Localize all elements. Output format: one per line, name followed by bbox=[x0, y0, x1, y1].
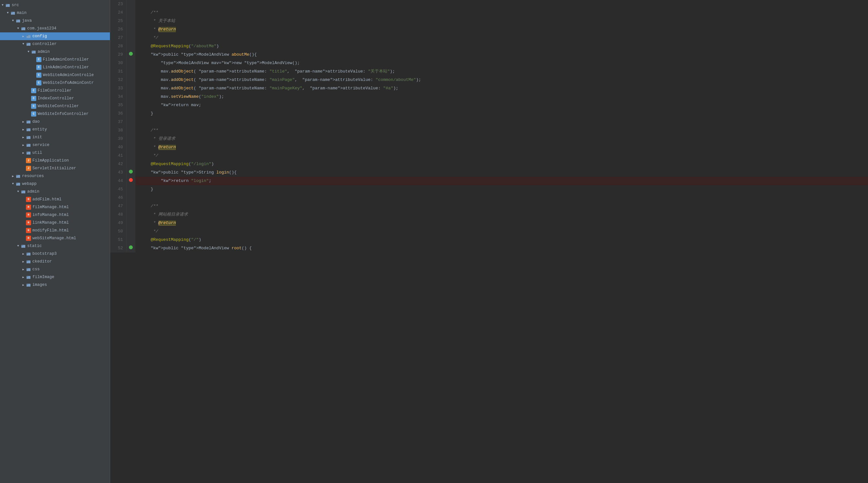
tree-item-WebSiteAdminControlle[interactable]: CWebSiteAdminControlle bbox=[0, 71, 110, 79]
code-line: 45 } bbox=[110, 185, 868, 194]
svg-rect-41 bbox=[27, 284, 28, 285]
tree-item-src[interactable]: src bbox=[0, 1, 110, 9]
tree-arrow bbox=[31, 72, 36, 78]
tree-item-LinkAdminController[interactable]: CLinkAdminController bbox=[0, 63, 110, 71]
svg-rect-5 bbox=[16, 20, 18, 21]
line-number: 46 bbox=[110, 194, 126, 202]
tree-item-admin[interactable]: admin bbox=[0, 48, 110, 56]
html-icon: H bbox=[26, 197, 31, 202]
tree-item-label: service bbox=[32, 143, 50, 147]
tree-item-webSiteManage.html[interactable]: HwebSiteManage.html bbox=[0, 234, 110, 242]
code-cell: "kw">public "type">ModelAndView root() { bbox=[135, 244, 868, 253]
tree-item-main[interactable]: main bbox=[0, 9, 110, 17]
gutter-cell bbox=[126, 42, 135, 51]
folder-icon bbox=[16, 173, 21, 179]
tree-item-controller[interactable]: controller bbox=[0, 40, 110, 48]
svg-rect-29 bbox=[21, 191, 23, 192]
gutter-cell bbox=[126, 84, 135, 93]
tree-item-label: ckeditor bbox=[32, 259, 52, 264]
tree-item-ServletInitializer[interactable]: JServletInitializer bbox=[0, 164, 110, 172]
tree-item-WebSiteInfoAdminContr[interactable]: CWebSiteInfoAdminContr bbox=[0, 79, 110, 87]
gutter-cell bbox=[126, 51, 135, 59]
tree-item-WebSiteController[interactable]: CWebSiteController bbox=[0, 102, 110, 110]
code-cell: @RequestMapping("/aboutMe") bbox=[135, 42, 868, 51]
code-line: 40 * @return bbox=[110, 143, 868, 152]
tree-item-WebSiteInfoController[interactable]: CWebSiteInfoController bbox=[0, 110, 110, 118]
tree-item-IndexController[interactable]: CIndexController bbox=[0, 95, 110, 102]
tree-item-css[interactable]: css bbox=[0, 265, 110, 273]
tree-item-label: filmManage.html bbox=[32, 205, 69, 210]
tree-item-util[interactable]: util bbox=[0, 149, 110, 157]
line-number: 41 bbox=[110, 152, 126, 160]
tree-item-infoManage.html[interactable]: HinfoManage.html bbox=[0, 211, 110, 219]
code-cell: @RequestMapping("/") bbox=[135, 236, 868, 244]
tree-item-bootstrap3[interactable]: bootstrap3 bbox=[0, 250, 110, 258]
svg-rect-7 bbox=[21, 28, 23, 29]
svg-rect-9 bbox=[27, 35, 28, 36]
code-cell: mav.addObject( "param-name">attributeNam… bbox=[135, 76, 868, 84]
tree-item-FilmAdminController[interactable]: CFilmAdminController bbox=[0, 56, 110, 63]
tree-item-service[interactable]: service bbox=[0, 141, 110, 149]
folder-icon bbox=[21, 189, 26, 194]
folder-icon bbox=[26, 275, 31, 280]
tree-item-label: resources bbox=[22, 174, 44, 179]
tree-item-label: config bbox=[32, 34, 47, 38]
tree-item-addFilm.html[interactable]: HaddFilm.html bbox=[0, 196, 110, 203]
tree-item-images[interactable]: images bbox=[0, 281, 110, 289]
line-number: 42 bbox=[110, 160, 126, 168]
tree-item-modifyFilm.html[interactable]: HmodifyFilm.html bbox=[0, 227, 110, 234]
gutter-cell bbox=[126, 8, 135, 17]
code-line: 32 mav.addObject( "param-name">attribute… bbox=[110, 76, 868, 84]
tree-arrow bbox=[21, 166, 26, 171]
tree-item-label: admin bbox=[27, 189, 39, 194]
tree-item-label: WebSiteAdminControlle bbox=[43, 73, 94, 77]
tree-item-FilmApplication[interactable]: JFilmApplication bbox=[0, 157, 110, 164]
tree-item-label: webSiteManage.html bbox=[32, 236, 76, 240]
tree-item-resources[interactable]: resources bbox=[0, 172, 110, 180]
tree-item-admin-folder[interactable]: admin bbox=[0, 188, 110, 196]
code-line: 35 "kw">return mav; bbox=[110, 101, 868, 109]
tree-arrow bbox=[21, 150, 26, 155]
tree-item-webapp[interactable]: webapp bbox=[0, 180, 110, 188]
code-cell: */ bbox=[135, 34, 868, 42]
code-line: 41 */ bbox=[110, 152, 868, 160]
tree-item-label: admin bbox=[37, 50, 50, 54]
tree-item-com.java1234[interactable]: com.java1234 bbox=[0, 25, 110, 32]
folder-icon bbox=[26, 34, 31, 39]
tree-item-label: FilmApplication bbox=[32, 158, 69, 163]
code-cell: */ bbox=[135, 227, 868, 236]
tree-arrow bbox=[26, 96, 31, 101]
code-cell: * 网站根目录请求 bbox=[135, 211, 868, 219]
code-line: 46 bbox=[110, 194, 868, 202]
tree-item-init[interactable]: init bbox=[0, 133, 110, 141]
tree-item-FilmController[interactable]: CFilmController bbox=[0, 87, 110, 95]
file-tree[interactable]: srcmainjavacom.java1234configcontrollera… bbox=[0, 0, 110, 483]
line-number: 47 bbox=[110, 202, 126, 211]
tree-item-dao[interactable]: dao bbox=[0, 118, 110, 126]
tree-arrow bbox=[26, 111, 31, 117]
folder-icon bbox=[26, 127, 31, 132]
gutter-cell bbox=[126, 211, 135, 219]
code-cell: * 登录请求 bbox=[135, 135, 868, 143]
tree-item-entity[interactable]: entity bbox=[0, 126, 110, 133]
tree-item-filmImage[interactable]: filmImage bbox=[0, 273, 110, 281]
tree-item-filmManage.html[interactable]: HfilmManage.html bbox=[0, 203, 110, 211]
tree-item-label: FilmAdminController bbox=[43, 57, 89, 62]
tree-item-label: dao bbox=[32, 120, 40, 124]
gutter-cell bbox=[126, 160, 135, 168]
tree-item-java[interactable]: java bbox=[0, 17, 110, 25]
code-cell: "kw">public "type">String login(){ bbox=[135, 168, 868, 177]
code-line: 24 /** bbox=[110, 8, 868, 17]
tree-item-config[interactable]: config bbox=[0, 32, 110, 40]
tree-arrow bbox=[26, 49, 31, 54]
tree-item-static[interactable]: static bbox=[0, 242, 110, 250]
tree-arrow bbox=[31, 57, 36, 62]
code-line: 43 "kw">public "type">String login(){ bbox=[110, 168, 868, 177]
class-icon: C bbox=[31, 111, 36, 117]
tree-item-ckeditor[interactable]: ckeditor bbox=[0, 258, 110, 265]
tree-arrow bbox=[21, 41, 26, 46]
code-cell: * 关于本站 bbox=[135, 17, 868, 25]
tree-item-linkManage.html[interactable]: HlinkManage.html bbox=[0, 219, 110, 227]
code-line: 37 bbox=[110, 118, 868, 126]
gutter-red-icon bbox=[129, 178, 133, 182]
